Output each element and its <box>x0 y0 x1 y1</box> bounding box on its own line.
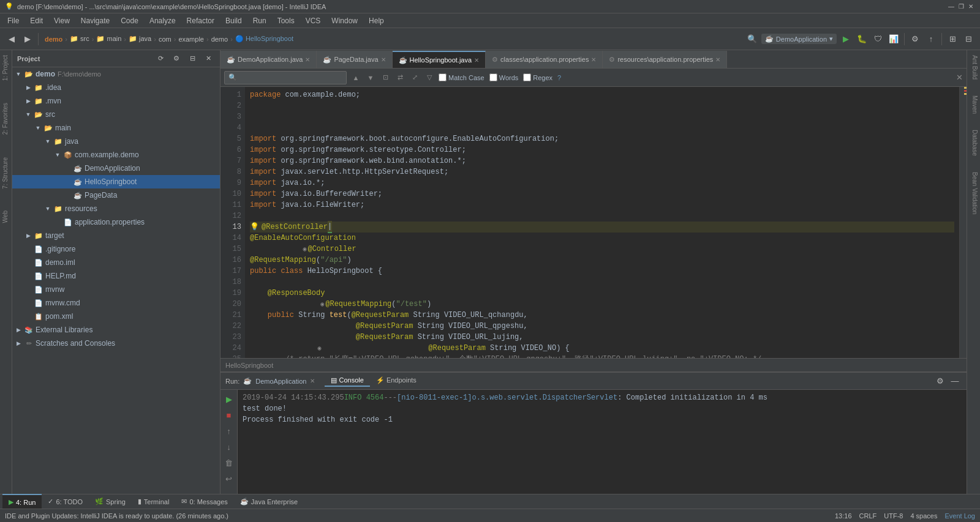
tab-resourcesprops-close[interactable]: ✕ <box>715 56 720 63</box>
breadcrumb-com[interactable]: com <box>159 35 172 43</box>
panel-favorites-label[interactable]: 2: Favorites <box>0 98 12 140</box>
tree-pagedata[interactable]: ▶ ☕ PageData <box>12 188 220 202</box>
tab-pagedata[interactable]: ☕ PageData.java ✕ <box>317 51 392 68</box>
tree-demoapplication[interactable]: ▶ ☕ DemoApplication <box>12 162 220 175</box>
panel-ant-label[interactable]: Ant Build <box>967 50 980 84</box>
profile-button[interactable]: 📊 <box>887 32 900 46</box>
tree-mvnw[interactable]: ▶ 📄 mvnw <box>12 283 220 296</box>
regex-input[interactable] <box>523 73 531 81</box>
fold-marker-15[interactable]: ◉ <box>303 246 306 253</box>
regex-checkbox[interactable]: Regex <box>523 73 552 81</box>
search-replace-button[interactable]: ⇄ <box>394 72 405 83</box>
tree-java[interactable]: ▼ 📁 java <box>12 135 220 148</box>
tab-demoapplication[interactable]: ☕ DemoApplication.java ✕ <box>221 51 317 68</box>
panel-structure-label[interactable]: 7: Structure <box>0 152 12 194</box>
words-input[interactable] <box>489 73 497 81</box>
menu-file[interactable]: File <box>2 15 24 26</box>
menu-run[interactable]: Run <box>248 15 271 26</box>
tree-app-properties[interactable]: ▶ 📄 application.properties <box>12 215 220 229</box>
breadcrumb-example[interactable]: example <box>178 35 204 43</box>
run-tab-close[interactable]: ✕ <box>310 378 315 384</box>
bottom-nav-spring[interactable]: 🌿 Spring <box>89 494 132 510</box>
minimize-panel-button[interactable]: — <box>948 375 962 388</box>
search-expand-button[interactable]: ⤢ <box>409 72 420 83</box>
tab-hello-close[interactable]: ✕ <box>474 57 479 64</box>
stop-button[interactable]: ■ <box>222 408 236 422</box>
fold-marker-24[interactable]: ◉ <box>317 345 321 352</box>
tree-pomxml[interactable]: ▶ 📋 pom.xml <box>12 310 220 323</box>
search-next-button[interactable]: ▼ <box>365 72 376 83</box>
panel-web-label[interactable]: Web <box>0 206 12 228</box>
search-funnel-button[interactable]: ▽ <box>424 72 435 83</box>
search-everywhere-button[interactable]: 🔍 <box>745 32 759 46</box>
close-project-button[interactable]: ✕ <box>202 52 215 65</box>
search-filter-button[interactable]: ⊡ <box>380 72 391 83</box>
status-encoding[interactable]: UTF-8 <box>884 512 903 520</box>
tree-root[interactable]: ▼ 📂 demo F:\demo\demo <box>12 67 220 81</box>
tree-package[interactable]: ▼ 📦 com.example.demo <box>12 148 220 162</box>
tab-resources-props[interactable]: ⚙ resources\application.properties ✕ <box>603 51 727 68</box>
breadcrumb-java[interactable]: 📁 java <box>129 35 151 43</box>
editor-scrollbar[interactable] <box>959 87 967 358</box>
code-content[interactable]: package com.example.demo; import org.spr… <box>245 87 959 358</box>
tree-resources[interactable]: ▼ 📁 resources <box>12 202 220 215</box>
tab-demoapplication-close[interactable]: ✕ <box>305 56 310 63</box>
bottom-nav-javaee[interactable]: ☕ Java Enterprise <box>234 494 304 510</box>
menu-navigate[interactable]: Navigate <box>76 15 115 26</box>
breadcrumb-src[interactable]: 📁 src <box>70 35 89 43</box>
bottom-nav-messages[interactable]: ✉ 0: Messages <box>175 494 233 510</box>
forward-button[interactable]: ▶ <box>21 32 34 46</box>
tree-gitignore[interactable]: ▶ 📄 .gitignore <box>12 242 220 256</box>
console-tab-endpoints[interactable]: ⚡ Endpoints <box>370 375 423 387</box>
status-line-ending[interactable]: CRLF <box>859 512 877 520</box>
minimize-button[interactable]: — <box>947 2 956 11</box>
sync-project-button[interactable]: ⟳ <box>154 52 167 65</box>
breadcrumb-demo2[interactable]: demo <box>211 35 228 43</box>
search-help-button[interactable]: ? <box>557 74 561 81</box>
search-close-button[interactable]: ✕ <box>956 73 963 82</box>
run-appname[interactable]: DemoApplication <box>255 378 306 385</box>
status-position[interactable]: 13:16 <box>835 512 852 520</box>
console-output[interactable]: 2019-04-24 14:15:43.295 INFO 4564 --- [n… <box>238 390 967 494</box>
tab-classesprops-close[interactable]: ✕ <box>591 56 596 63</box>
coverage-button[interactable]: 🛡 <box>871 32 884 46</box>
bottom-nav-todo[interactable]: ✓ 6: TODO <box>42 494 89 510</box>
menu-view[interactable]: View <box>49 15 75 26</box>
split-button[interactable]: ⊞ <box>946 32 959 46</box>
wrap-button[interactable]: ↩ <box>222 472 236 485</box>
settings-button[interactable]: ⚙ <box>908 32 922 46</box>
menu-analyze[interactable]: Analyze <box>145 15 181 26</box>
match-case-checkbox[interactable]: Match Case <box>439 73 484 81</box>
menu-code[interactable]: Code <box>116 15 143 26</box>
tree-idea[interactable]: ▶ 📁 .idea <box>12 81 220 94</box>
menu-edit[interactable]: Edit <box>25 15 48 26</box>
search-prev-button[interactable]: ▲ <box>350 72 361 83</box>
panel-beanvalidation-label[interactable]: Bean Validation <box>967 167 980 219</box>
breadcrumb-main[interactable]: 📁 main <box>96 35 121 43</box>
tree-mvn[interactable]: ▶ 📁 .mvn <box>12 94 220 108</box>
scroll-up-button[interactable]: ↑ <box>222 424 236 438</box>
collapse-project-button[interactable]: ⊟ <box>186 52 199 65</box>
breadcrumb-file[interactable]: 🔵 HelloSpringboot <box>235 35 293 43</box>
bottom-nav-terminal[interactable]: ▮ Terminal <box>132 494 176 510</box>
breadcrumb-demo[interactable]: demo <box>45 35 62 43</box>
debug-button[interactable]: 🐛 <box>855 32 869 46</box>
close-button[interactable]: ✕ <box>967 2 975 11</box>
layout-button[interactable]: ⊟ <box>962 32 975 46</box>
menu-window[interactable]: Window <box>326 15 363 26</box>
tab-classes-props[interactable]: ⚙ classes\application.properties ✕ <box>486 51 603 68</box>
tree-target[interactable]: ▶ 📁 target <box>12 229 220 242</box>
tree-main[interactable]: ▼ 📂 main <box>12 121 220 135</box>
tab-pagedata-close[interactable]: ✕ <box>381 56 386 63</box>
run-play-button[interactable]: ▶ <box>222 392 236 406</box>
fold-marker-20[interactable]: ◉ <box>320 301 324 308</box>
status-indent[interactable]: 4 spaces <box>910 512 937 520</box>
console-tab-console[interactable]: ▤ Console <box>325 375 369 387</box>
configure-project-button[interactable]: ⚙ <box>170 52 183 65</box>
run-config[interactable]: ☕ DemoApplication ▾ <box>761 34 837 44</box>
back-button[interactable]: ◀ <box>5 32 18 46</box>
tree-iml[interactable]: ▶ 📄 demo.iml <box>12 256 220 269</box>
tree-mvnwcmd[interactable]: ▶ 📄 mvnw.cmd <box>12 296 220 310</box>
tree-helpmd[interactable]: ▶ 📄 HELP.md <box>12 269 220 283</box>
tab-hellospringboot[interactable]: ☕ HelloSpringboot.java ✕ <box>393 51 486 68</box>
